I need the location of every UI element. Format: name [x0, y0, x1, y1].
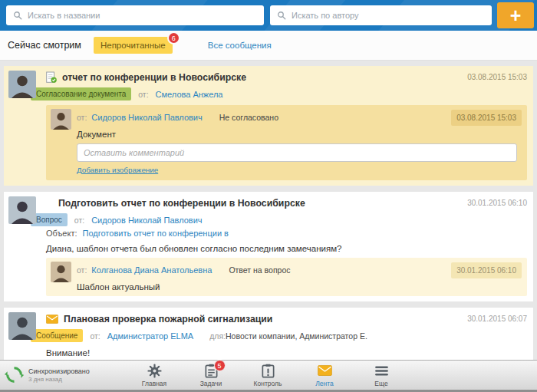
object-label: Объект: — [46, 229, 77, 238]
nav-more-label: Еще — [374, 380, 387, 387]
announcement-text: Внимание! — [46, 348, 527, 357]
envelope-icon — [46, 315, 58, 324]
gear-icon — [147, 363, 162, 378]
nav-tasks[interactable]: 5 Задачи — [183, 363, 239, 387]
question-reply-block: от: Колганова Диана Анатольевна Ответ на… — [46, 258, 527, 296]
to-label: для: — [209, 331, 226, 341]
approval-type-badge: Согласование документа — [31, 87, 131, 100]
nav-feed-label: Лента — [315, 380, 334, 387]
more-icon — [375, 363, 388, 378]
message-feed: отчет по конференции в Новосибирске 03.0… — [0, 61, 537, 360]
from-label: от: — [77, 113, 87, 122]
author-link[interactable]: Сидоров Николай Павлович — [91, 216, 202, 225]
nav-home-label: Главная — [142, 380, 166, 387]
sync-status: Синхронизировано — [28, 367, 90, 375]
author-link[interactable]: Администратор ELMA — [107, 331, 193, 341]
from-label: от: — [138, 90, 148, 99]
message-type-badge: Сообщение — [31, 329, 83, 342]
message-date: 03.08.2015 15:03 — [467, 73, 527, 81]
avatar[interactable] — [51, 262, 71, 282]
filter-bar: Сейчас смотрим Непрочитанные 6 Все сообщ… — [0, 31, 537, 61]
watching-label: Сейчас смотрим — [8, 40, 81, 51]
recipients: Новости компании, Администратор Е. — [226, 331, 367, 341]
reply-text: Шаблон актуальный — [77, 282, 522, 292]
avatar[interactable] — [8, 71, 36, 98]
search-icon — [277, 11, 286, 20]
sync-icon — [5, 365, 24, 384]
sync-time: 3 дня назад — [28, 376, 90, 383]
sync-button[interactable]: Синхронизировано 3 дня назад — [5, 365, 90, 384]
comment-input[interactable] — [77, 143, 517, 162]
question-type-badge: Вопрос — [31, 213, 68, 226]
feed-item-question[interactable]: Подготовить отчет по конференции в Новос… — [4, 192, 533, 301]
message-date: 30.01.2015 06:10 — [467, 199, 527, 207]
tasks-icon: 5 — [205, 363, 218, 378]
comment-date: 03.08.2015 15:03 — [451, 110, 522, 126]
from-label: от: — [74, 216, 84, 225]
approval-status: Не согласовано — [219, 113, 278, 122]
feed-item-document-approval[interactable]: отчет по конференции в Новосибирске 03.0… — [4, 66, 533, 186]
author-link[interactable]: Смелова Анжела — [156, 90, 223, 99]
feed-envelope-icon — [318, 363, 332, 378]
reply-date: 30.01.2015 06:10 — [451, 262, 522, 278]
approval-comment-block: от: Сидоров Николай Павлович Не согласов… — [46, 105, 527, 180]
top-bar: + — [0, 0, 537, 31]
search-title-input[interactable] — [28, 11, 257, 20]
search-by-author-box[interactable] — [270, 5, 492, 25]
message-title: Плановая проверка пожарной сигнализации — [64, 314, 272, 324]
nav-control-label: Контроль — [254, 380, 282, 387]
add-image-link[interactable]: Добавить изображение — [77, 166, 158, 174]
from-label: от: — [90, 331, 100, 341]
reply-kind: Ответ на вопрос — [229, 265, 290, 275]
search-author-input[interactable] — [292, 11, 485, 20]
question-text: Диана, шаблон отчета был обновлен соглас… — [46, 244, 527, 253]
avatar[interactable] — [8, 312, 36, 340]
avatar[interactable] — [51, 109, 71, 130]
bottom-nav: Главная 5 Задачи Контроль Лента — [126, 363, 410, 387]
bottom-bar: Синхронизировано 3 дня назад Главная 5 З… — [0, 360, 537, 392]
from-label: от: — [77, 265, 87, 275]
search-icon — [13, 11, 22, 20]
message-date: 30.01.2015 06:07 — [467, 315, 527, 323]
feed-item-announcement[interactable]: Плановая проверка пожарной сигнализации … — [4, 308, 533, 360]
message-title: отчет по конференции в Новосибирске — [62, 72, 246, 83]
comment-text: Документ — [77, 130, 522, 139]
message-title: Подготовить отчет по конференции в Новос… — [46, 198, 305, 209]
unread-count-badge: 6 — [167, 31, 180, 44]
control-icon — [262, 363, 275, 378]
tasks-count-badge: 5 — [214, 360, 226, 371]
replier-link[interactable]: Колганова Диана Анатольевна — [91, 265, 212, 275]
nav-feed[interactable]: Лента — [296, 363, 353, 387]
search-by-title-box[interactable] — [6, 5, 264, 25]
avatar[interactable] — [8, 196, 36, 224]
nav-tasks-label: Задачи — [200, 380, 222, 387]
add-button[interactable]: + — [497, 2, 534, 28]
commenter-link[interactable]: Сидоров Николай Павлович — [91, 113, 202, 122]
nav-control[interactable]: Контроль — [239, 363, 296, 387]
tab-unread[interactable]: Непрочитанные 6 — [94, 37, 173, 54]
tab-all-messages[interactable]: Все сообщения — [208, 41, 272, 50]
tab-unread-label: Непрочитанные — [100, 41, 166, 50]
document-approved-icon — [46, 71, 57, 84]
nav-home[interactable]: Главная — [126, 363, 183, 387]
object-link[interactable]: Подготовить отчет по конференции в — [83, 229, 229, 238]
nav-more[interactable]: Еще — [353, 363, 410, 387]
